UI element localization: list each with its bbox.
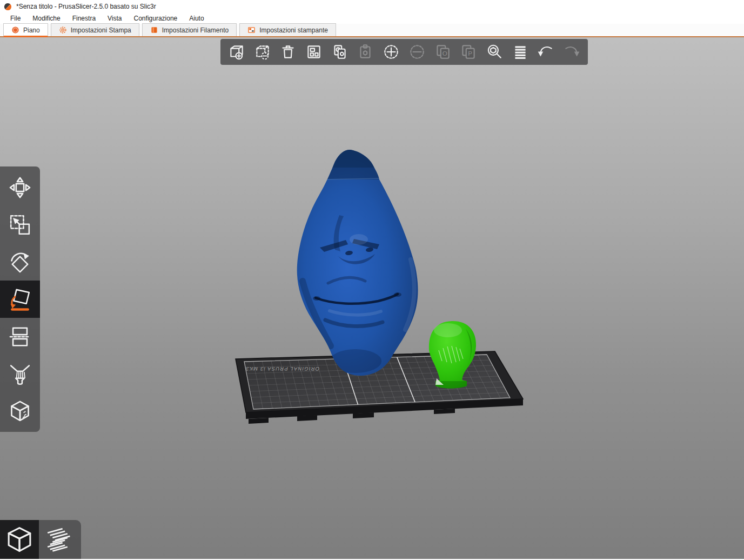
print-settings-gear-icon xyxy=(59,26,67,34)
scene-3d: ORIGINAL PRUSA i3 MK3 xyxy=(0,37,744,559)
menu-vista[interactable]: Vista xyxy=(102,14,128,23)
tab-label: Impostazioni Filamento xyxy=(162,26,229,34)
scale-button[interactable] xyxy=(0,206,40,243)
tab-impostazioni-stampa[interactable]: Impostazioni Stampa xyxy=(51,23,139,36)
variable-layer-height-button[interactable] xyxy=(508,40,532,64)
paint-supports-button[interactable] xyxy=(0,355,40,392)
3d-editor-view-button[interactable] xyxy=(0,520,39,559)
bed-label: ORIGINAL PRUSA i3 MK3 xyxy=(245,366,320,372)
prusaslicer-logo-icon xyxy=(4,3,12,11)
remove-instance-button[interactable] xyxy=(405,40,429,64)
paste-button[interactable] xyxy=(353,40,377,64)
undo-button[interactable] xyxy=(534,40,558,64)
split-to-objects-button[interactable]: O xyxy=(431,40,455,64)
rotate-button[interactable] xyxy=(0,243,40,281)
seam-painting-button[interactable] xyxy=(0,392,40,430)
delete-object-button[interactable] xyxy=(251,40,274,64)
place-on-face-button[interactable] xyxy=(0,281,40,318)
split-to-parts-button[interactable]: P xyxy=(457,40,480,64)
search-button[interactable] xyxy=(482,40,506,64)
printer-icon xyxy=(247,26,256,34)
tab-label: Impostazioni Stampa xyxy=(71,26,131,34)
tab-label: Piano xyxy=(23,26,40,34)
blue-face-model[interactable] xyxy=(292,146,427,376)
tab-impostazioni-stampante[interactable]: Impostazioni stampante xyxy=(239,23,336,36)
toolbar-top: O P xyxy=(220,39,588,65)
window-title: *Senza titolo - PrusaSlicer-2.5.0 basato… xyxy=(16,3,156,10)
plater-icon xyxy=(11,26,19,34)
toolbar-left xyxy=(0,166,40,432)
preview-button[interactable] xyxy=(39,520,78,559)
move-button[interactable] xyxy=(0,169,40,206)
add-object-button[interactable] xyxy=(225,40,249,64)
menu-configurazione[interactable]: Configurazione xyxy=(128,14,184,23)
viewport-3d[interactable]: ORIGINAL PRUSA i3 MK3 xyxy=(0,37,744,559)
svg-text:O: O xyxy=(442,50,447,57)
svg-text:P: P xyxy=(468,50,472,57)
copy-button[interactable] xyxy=(328,40,352,64)
prusaslicer-window: *Senza titolo - PrusaSlicer-2.5.0 basato… xyxy=(0,0,744,560)
add-instance-button[interactable] xyxy=(379,40,403,64)
arrange-button[interactable] xyxy=(302,40,326,64)
delete-all-button[interactable] xyxy=(276,40,300,64)
redo-button[interactable] xyxy=(560,40,584,64)
tab-label: Impostazioni stampante xyxy=(259,26,328,34)
cut-button[interactable] xyxy=(0,318,40,355)
tab-piano[interactable]: Piano xyxy=(3,23,48,36)
menu-finestra[interactable]: Finestra xyxy=(66,14,102,23)
menu-file[interactable]: File xyxy=(4,14,26,23)
titlebar: *Senza titolo - PrusaSlicer-2.5.0 basato… xyxy=(0,0,744,13)
menubar: File Modifiche Finestra Vista Configuraz… xyxy=(0,13,744,24)
bed-tab xyxy=(249,418,269,424)
menu-aiuto[interactable]: Aiuto xyxy=(183,14,210,23)
tabbar: Piano Impostazioni Stampa Impostazioni F… xyxy=(0,24,744,37)
filament-spool-icon xyxy=(150,26,158,34)
tab-impostazioni-filamento[interactable]: Impostazioni Filamento xyxy=(142,23,237,36)
menu-modifiche[interactable]: Modifiche xyxy=(26,14,66,23)
toolbar-view xyxy=(0,520,81,559)
